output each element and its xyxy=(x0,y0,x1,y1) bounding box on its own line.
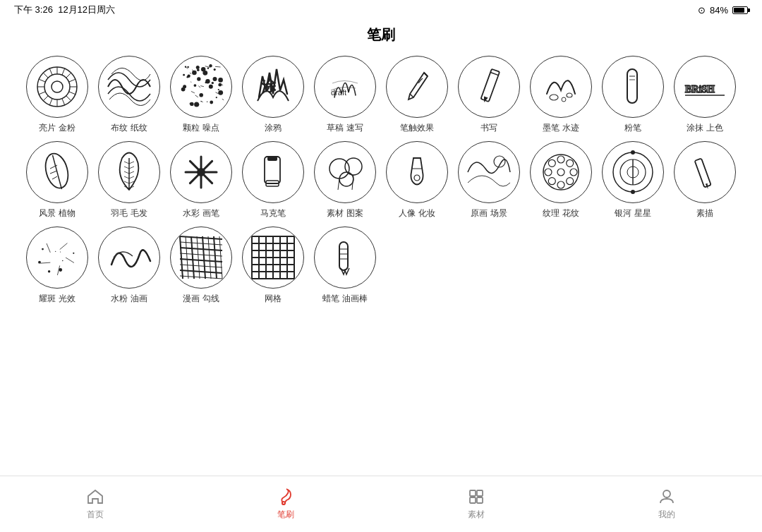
brush-label-1: 亮片 金粉 xyxy=(39,122,75,134)
brush-circle-21 xyxy=(26,226,88,289)
svg-point-24 xyxy=(207,68,209,69)
svg-rect-185 xyxy=(470,490,476,496)
brush-item-8[interactable]: 墨笔 水迹 xyxy=(525,56,597,134)
brush-circle-2 xyxy=(98,56,160,118)
svg-point-137 xyxy=(73,252,74,253)
svg-line-12 xyxy=(39,79,45,82)
svg-point-43 xyxy=(210,101,213,104)
brush-item-10[interactable]: BRiSH 涂抹 上色 xyxy=(669,56,741,134)
svg-line-145 xyxy=(66,258,74,262)
brush-circle-25 xyxy=(314,226,376,289)
tab-label-brush: 笔刷 xyxy=(277,509,294,521)
brush-label-6: 笔触效果 xyxy=(400,122,434,134)
brush-svg-25 xyxy=(317,229,373,286)
tab-icon-brush xyxy=(277,488,295,506)
svg-point-51 xyxy=(201,67,205,71)
brush-item-5[interactable]: draft 草稿 速写 xyxy=(309,56,381,134)
tab-label-material: 素材 xyxy=(468,509,485,521)
svg-point-37 xyxy=(218,89,219,90)
svg-line-13 xyxy=(43,73,48,78)
brush-circle-23 xyxy=(170,226,232,289)
brush-item-2[interactable]: 布纹 纸纹 xyxy=(93,56,165,134)
brush-item-20[interactable]: 素描 xyxy=(669,141,741,219)
brush-item-6[interactable]: 笔触效果 xyxy=(381,56,453,134)
svg-point-128 xyxy=(567,159,574,167)
brush-label-17: 原画 场景 xyxy=(471,207,507,219)
svg-rect-187 xyxy=(470,497,476,503)
svg-line-8 xyxy=(49,99,52,105)
svg-point-184 xyxy=(282,502,285,504)
brush-item-15[interactable]: 素材 图案 xyxy=(309,141,381,219)
svg-point-122 xyxy=(567,177,574,184)
brush-item-13[interactable]: 水彩 画笔 xyxy=(165,141,237,219)
brush-label-4: 涂鸦 xyxy=(265,122,282,134)
svg-line-14 xyxy=(49,68,52,75)
tab-item-profile[interactable]: 我的 xyxy=(572,488,762,521)
brush-item-18[interactable]: 纹理 花纹 xyxy=(525,141,597,219)
brush-item-11[interactable]: 风景 植物 xyxy=(21,141,93,219)
svg-line-6 xyxy=(62,99,65,105)
brush-item-16[interactable]: 人像 化妆 xyxy=(381,141,453,219)
brush-svg-13 xyxy=(173,144,229,200)
brush-label-9: 粉笔 xyxy=(624,122,641,134)
svg-line-9 xyxy=(43,96,48,101)
tab-item-home[interactable]: 首页 xyxy=(0,488,190,521)
brush-svg-4: 涂 xyxy=(245,59,301,115)
brush-label-15: 素材 图案 xyxy=(327,207,363,219)
svg-point-28 xyxy=(192,71,197,75)
brush-circle-10: BRiSH xyxy=(674,56,736,118)
brush-label-10: 涂抹 上色 xyxy=(687,122,722,134)
svg-point-33 xyxy=(218,78,223,83)
brush-circle-6 xyxy=(386,56,448,118)
brush-item-19[interactable]: 银河 星星 xyxy=(597,141,669,219)
brush-label-18: 纹理 花纹 xyxy=(543,207,579,219)
brush-svg-8 xyxy=(533,59,589,115)
tab-item-brush[interactable]: 笔刷 xyxy=(190,488,381,521)
svg-point-26 xyxy=(209,85,213,89)
tab-item-material[interactable]: 素材 xyxy=(381,488,572,521)
brush-item-3[interactable]: 颗粒 噪点 xyxy=(165,56,237,134)
brush-grid: 亮片 金粉 布纹 纸纹 颗粒 噪点 涂 涂鸦 xyxy=(0,56,762,304)
brush-circle-11 xyxy=(26,141,88,203)
svg-point-2 xyxy=(52,81,63,92)
svg-point-123 xyxy=(557,181,564,188)
svg-point-47 xyxy=(214,68,216,71)
svg-line-90 xyxy=(124,167,129,169)
brush-item-17[interactable]: 原画 场景 xyxy=(453,141,525,219)
brush-svg-9 xyxy=(605,59,661,115)
brush-item-7[interactable]: 书写 xyxy=(453,56,525,134)
svg-line-158 xyxy=(180,236,222,239)
svg-line-85 xyxy=(50,171,57,174)
status-time: 下午 3:26 12月12日周六 xyxy=(14,4,115,16)
brush-circle-8 xyxy=(530,56,592,118)
brush-circle-13 xyxy=(170,141,232,203)
svg-point-50 xyxy=(194,102,199,107)
svg-rect-188 xyxy=(477,497,483,503)
battery-icon xyxy=(732,6,748,14)
tab-icon-home xyxy=(86,488,104,506)
svg-point-1 xyxy=(44,74,70,99)
brush-item-25[interactable]: 蜡笔 油画棒 xyxy=(309,226,381,305)
svg-point-129 xyxy=(557,169,564,176)
brush-svg-15 xyxy=(317,144,373,200)
brush-item-1[interactable]: 亮片 金粉 xyxy=(21,56,93,134)
brush-svg-17 xyxy=(461,144,517,200)
svg-point-48 xyxy=(194,84,197,87)
tab-label-home: 首页 xyxy=(87,509,104,521)
brush-item-24[interactable]: 网格 xyxy=(237,226,309,305)
brush-item-4[interactable]: 涂 涂鸦 xyxy=(237,56,309,134)
svg-line-88 xyxy=(124,162,129,164)
brush-item-9[interactable]: 粉笔 xyxy=(597,56,669,134)
brush-item-14[interactable]: 马克笔 xyxy=(237,141,309,219)
brush-item-21[interactable]: 耀斑 光效 xyxy=(21,226,93,305)
brush-svg-5: draft xyxy=(317,59,373,115)
brush-svg-2 xyxy=(101,59,157,115)
status-bar: 下午 3:26 12月12日周六 ⊙ 84% xyxy=(0,0,762,20)
svg-line-150 xyxy=(180,236,183,279)
brush-svg-3 xyxy=(173,59,229,115)
brush-svg-7 xyxy=(461,59,517,115)
svg-point-74 xyxy=(550,95,558,100)
brush-item-12[interactable]: 羽毛 毛发 xyxy=(93,141,165,219)
brush-item-23[interactable]: 漫画 勾线 xyxy=(165,226,237,305)
brush-item-22[interactable]: 水粉 油画 xyxy=(93,226,165,305)
